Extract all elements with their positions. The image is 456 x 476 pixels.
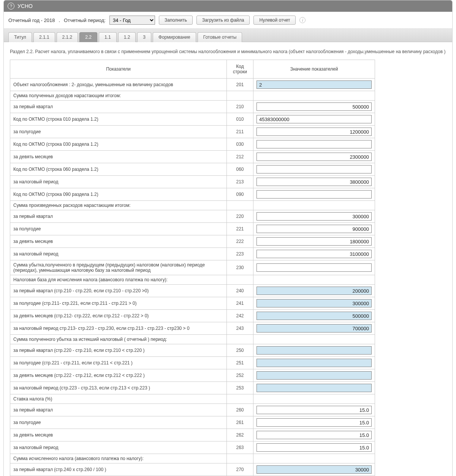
tab-1.1[interactable]: 1.1 — [99, 32, 117, 42]
value-input[interactable] — [256, 212, 372, 221]
tab-готовые-отчеты[interactable]: Готовые отчеты — [198, 32, 242, 42]
value-input[interactable] — [256, 443, 372, 452]
tab-bar: Титул2.1.12.1.22.21.11.23ФормированиеГот… — [4, 29, 452, 42]
table-row: Сумма произведенных расходов нарастающим… — [10, 201, 375, 210]
value-readonly — [256, 371, 372, 380]
value-input[interactable] — [256, 140, 372, 148]
help-icon[interactable]: ? — [8, 3, 14, 9]
table-row: за налоговый период223 — [10, 248, 375, 260]
row-label: за первый квартал — [10, 101, 227, 113]
value-input[interactable] — [256, 250, 372, 258]
table-row: за первый квартал220 — [10, 210, 375, 223]
value-input[interactable] — [256, 165, 372, 173]
tab-формирование[interactable]: Формирование — [153, 32, 196, 42]
tab-2.1.1[interactable]: 2.1.1 — [33, 32, 55, 42]
row-code: 241 — [227, 297, 253, 310]
value-readonly — [256, 312, 372, 320]
table-row: за девять месяцев (стр.212- стр.222, есл… — [10, 310, 375, 322]
table-row: за налоговый период263 — [10, 441, 375, 454]
table-row: Код по ОКТМО (строка 010 раздела 1.2)010 — [10, 113, 375, 126]
value-input[interactable] — [256, 102, 372, 111]
row-label: за налоговый период — [10, 248, 227, 260]
row-value-cell — [253, 297, 375, 310]
value-input[interactable] — [256, 263, 372, 272]
fill-button[interactable]: Заполнить — [159, 16, 193, 25]
row-code: 243 — [227, 322, 253, 335]
row-label: за полугодие — [10, 416, 227, 429]
row-value-cell — [253, 454, 375, 463]
row-label: за налоговый период стр.213- стр.223 - с… — [10, 322, 227, 335]
period-select[interactable]: 34 - Год — [109, 16, 155, 25]
row-label: за девять месяцев — [10, 429, 227, 441]
table-row: Сумма исчисленного налога (авансового пл… — [10, 454, 375, 463]
row-label: за девять месяцев (стр.222 - стр.212, ес… — [10, 369, 227, 382]
row-value-cell — [253, 126, 375, 138]
row-label: за девять месяцев (стр.212- стр.222, есл… — [10, 310, 227, 322]
row-code: 213 — [227, 176, 253, 188]
row-code: 240 — [227, 285, 253, 297]
info-icon[interactable]: i — [299, 17, 306, 23]
row-value-cell — [253, 91, 375, 101]
row-code: 263 — [227, 441, 253, 454]
value-input[interactable] — [256, 225, 372, 233]
table-row: Код по ОКТМО (строка 060 раздела 1.2)060 — [10, 163, 375, 176]
table-row: за первый квартал260 — [10, 404, 375, 416]
row-value-cell — [253, 382, 375, 394]
row-value-cell — [253, 101, 375, 113]
row-value-cell — [253, 163, 375, 176]
tab-2.1.2[interactable]: 2.1.2 — [57, 32, 78, 42]
row-label: за налоговый период — [10, 441, 227, 454]
year-label: Отчетный год - 2018 — [8, 17, 55, 23]
row-code — [227, 275, 253, 285]
row-value-cell — [253, 275, 375, 285]
row-code: 221 — [227, 223, 253, 235]
value-input[interactable] — [256, 115, 372, 123]
row-value-cell — [253, 138, 375, 151]
row-value-cell — [253, 260, 375, 275]
period-label: Отчетный период: — [64, 17, 106, 23]
row-value-cell — [253, 404, 375, 416]
row-value-cell — [253, 369, 375, 382]
row-code — [227, 394, 253, 404]
table-row: за первый квартал (стр.240 х стр.260 / 1… — [10, 463, 375, 476]
row-value-cell — [253, 322, 375, 335]
value-input[interactable] — [256, 237, 372, 246]
tab-1.2[interactable]: 1.2 — [118, 32, 136, 42]
table-row: за девять месяцев (стр.222 - стр.212, ес… — [10, 369, 375, 382]
zero-report-button[interactable]: Нулевой отчет — [253, 16, 296, 25]
table-row: за полугодие (стр.211- стр.221, если стр… — [10, 297, 375, 310]
row-label: за первый квартал (стр.240 х стр.260 / 1… — [10, 463, 227, 476]
table-row: за полугодие221 — [10, 223, 375, 235]
row-label: за девять месяцев — [10, 235, 227, 248]
row-value-cell — [253, 151, 375, 163]
value-input[interactable] — [256, 153, 372, 161]
value-readonly — [256, 324, 372, 333]
table-row: Налоговая база для исчисления налога (ав… — [10, 275, 375, 285]
tab-титул[interactable]: Титул — [8, 32, 32, 42]
table-row: за налоговый период (стр.223 - стр.213, … — [10, 382, 375, 394]
row-code: 212 — [227, 151, 253, 163]
value-input[interactable] — [256, 128, 372, 136]
window-title: УСНО — [17, 3, 33, 9]
tab-2.2[interactable]: 2.2 — [79, 32, 97, 42]
value-input[interactable] — [256, 406, 372, 414]
row-code: 201 — [227, 79, 253, 91]
load-file-button[interactable]: Загрузить из файла — [196, 16, 250, 25]
row-value-cell — [253, 335, 375, 344]
table-row: Код по ОКТМО (строка 090 раздела 1.2)090 — [10, 188, 375, 201]
title-bar: ? УСНО — [4, 0, 452, 12]
row-label: Сумма полученного убытка за истекший нал… — [10, 335, 227, 344]
value-input[interactable] — [256, 431, 372, 439]
table-row: за налоговый период213 — [10, 176, 375, 188]
col-header-value: Значение показателей — [253, 60, 375, 79]
value-input[interactable] — [256, 418, 372, 427]
value-input[interactable] — [256, 190, 372, 199]
row-code: 010 — [227, 113, 253, 126]
row-label: Код по ОКТМО (строка 090 раздела 1.2) — [10, 188, 227, 201]
toolbar: Отчетный год - 2018. Отчетный период: 34… — [4, 12, 452, 29]
row-value-cell — [253, 429, 375, 441]
row-label: за первый квартал (стр.210 - стр.220, ес… — [10, 285, 227, 297]
value-input[interactable] — [256, 178, 372, 186]
tab-3[interactable]: 3 — [137, 32, 151, 42]
row-code: 090 — [227, 188, 253, 201]
